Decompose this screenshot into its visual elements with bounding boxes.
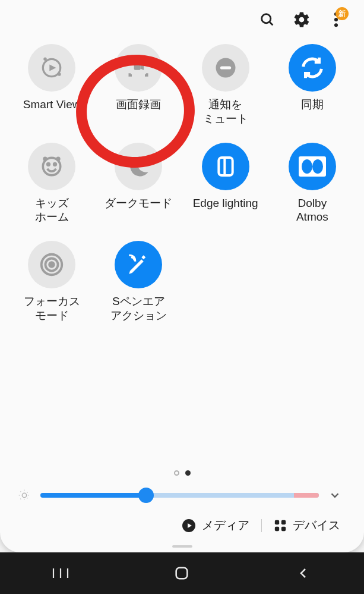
page-indicator[interactable]	[6, 470, 358, 476]
nav-home-button[interactable]	[158, 559, 205, 587]
svg-point-20	[302, 159, 312, 174]
sync-icon	[289, 44, 336, 92]
brightness-row	[6, 489, 358, 502]
qs-tile-label: 通知を ミュート	[203, 98, 248, 126]
page-dot	[185, 470, 191, 476]
gear-icon	[293, 11, 311, 29]
qs-tile-label: キッズ ホーム	[35, 196, 69, 225]
grid-icon	[274, 519, 287, 532]
svg-point-14	[54, 163, 56, 165]
brightness-icon	[18, 489, 31, 502]
panel-drag-handle[interactable]	[172, 545, 192, 548]
svg-point-25	[22, 493, 26, 497]
mute-icon	[202, 44, 249, 92]
kids-icon	[28, 143, 75, 190]
settings-button[interactable]	[293, 11, 311, 29]
svg-point-4	[334, 23, 338, 27]
smartview-icon	[28, 44, 75, 92]
quick-settings-panel: 新 Smart View画面録画通知を ミュート同期キッズ ホームダークモードE…	[0, 0, 364, 552]
page-dot	[174, 470, 179, 476]
qs-tile-edge[interactable]: Edge lighting	[182, 143, 269, 225]
brightness-expand-button[interactable]	[328, 489, 341, 502]
svg-marker-6	[49, 65, 56, 71]
qs-tile-label: ダークモード	[105, 196, 172, 210]
qs-tile-screenrecord[interactable]: 画面録画	[95, 44, 182, 126]
spen-icon	[115, 241, 162, 288]
footer-divider	[261, 519, 262, 532]
qs-tile-label: 同期	[301, 98, 324, 112]
search-button[interactable]	[258, 11, 276, 29]
svg-point-16	[56, 156, 60, 161]
media-label: メディア	[202, 517, 249, 533]
chevron-down-icon	[328, 489, 341, 502]
focus-icon	[28, 241, 75, 288]
svg-line-33	[27, 491, 29, 492]
new-badge: 新	[335, 7, 349, 20]
qs-tile-kids[interactable]: キッズ ホーム	[8, 143, 95, 225]
svg-rect-36	[275, 520, 279, 524]
svg-line-31	[27, 498, 29, 499]
nav-back-button[interactable]	[280, 559, 327, 587]
svg-rect-9	[134, 65, 141, 70]
screenrecord-icon	[115, 44, 162, 92]
brightness-slider[interactable]	[40, 493, 319, 498]
qs-tile-dolby[interactable]: Dolby Atmos	[269, 143, 356, 225]
svg-point-7	[43, 58, 47, 61]
home-icon	[173, 565, 190, 582]
qs-tile-label: Sペンエア アクション	[110, 294, 167, 323]
tiles-grid: Smart View画面録画通知を ミュート同期キッズ ホームダークモードEdg…	[6, 39, 358, 323]
devices-label: デバイス	[293, 517, 340, 533]
svg-point-0	[262, 14, 271, 23]
qs-tile-dark[interactable]: ダークモード	[95, 143, 182, 225]
qs-tile-label: Dolby Atmos	[296, 196, 328, 225]
dark-icon	[115, 143, 162, 190]
qs-tile-label: Edge lighting	[193, 196, 258, 210]
qs-tile-mute[interactable]: 通知を ミュート	[182, 44, 269, 126]
svg-rect-11	[220, 66, 230, 69]
svg-point-24	[49, 262, 54, 267]
nav-recent-button[interactable]	[37, 559, 84, 587]
qs-tile-spen[interactable]: Sペンエア アクション	[95, 241, 182, 323]
search-icon	[259, 11, 276, 28]
svg-rect-37	[281, 520, 286, 524]
svg-rect-43	[176, 568, 188, 579]
svg-line-1	[270, 22, 273, 26]
more-button[interactable]: 新	[327, 11, 345, 29]
panel-toolbar: 新	[6, 11, 358, 39]
svg-point-8	[58, 73, 61, 76]
svg-rect-38	[275, 526, 279, 530]
qs-tile-smartview[interactable]: Smart View	[8, 44, 95, 126]
edge-icon	[202, 143, 249, 190]
play-circle-icon	[182, 518, 196, 533]
dolby-icon	[289, 143, 336, 190]
svg-point-13	[48, 163, 50, 165]
svg-point-21	[312, 159, 323, 174]
panel-footer: メディア デバイス	[6, 502, 358, 539]
svg-rect-39	[281, 526, 286, 530]
recent-icon	[52, 566, 69, 580]
qs-tile-label: Smart View	[23, 98, 81, 112]
svg-line-32	[20, 498, 21, 499]
svg-line-30	[20, 491, 21, 492]
devices-button[interactable]: デバイス	[274, 517, 340, 533]
qs-tile-label: フォーカス モード	[24, 294, 80, 323]
qs-tile-label: 画面録画	[116, 98, 161, 112]
media-button[interactable]: メディア	[182, 517, 249, 533]
nav-bar	[0, 552, 364, 594]
qs-tile-focus[interactable]: フォーカス モード	[8, 241, 95, 323]
svg-point-15	[43, 156, 47, 161]
qs-tile-sync[interactable]: 同期	[269, 44, 356, 126]
back-icon	[296, 566, 311, 580]
